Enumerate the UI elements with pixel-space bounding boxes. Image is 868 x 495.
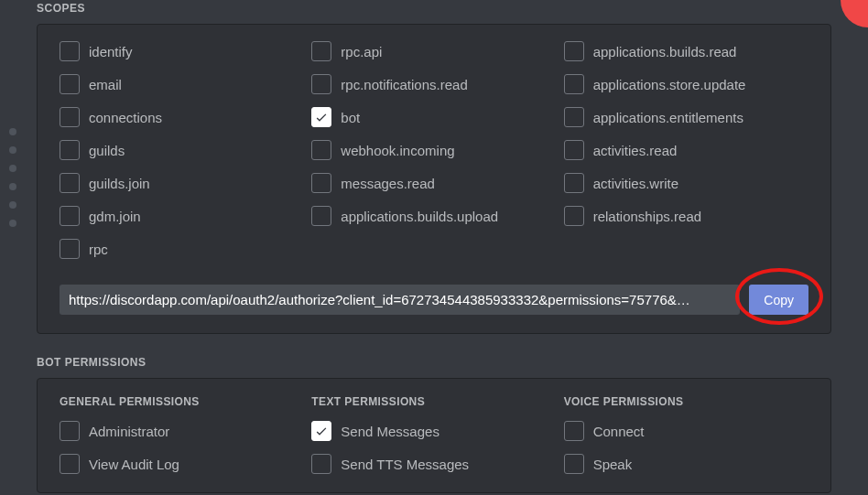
scopes-header: SCOPES (37, 2, 831, 15)
perm-speak-label[interactable]: Speak (593, 457, 633, 472)
scope-rpc-checkbox[interactable] (60, 239, 80, 259)
scope-guilds-row[interactable]: guilds (60, 140, 304, 160)
perm-column-header: GENERAL PERMISSIONS (60, 395, 304, 408)
scope-applications-builds-read-label[interactable]: applications.builds.read (593, 44, 737, 59)
perm-speak-checkbox[interactable] (564, 454, 584, 474)
perm-administrator-label[interactable]: Administrator (89, 424, 169, 439)
perm-column: TEXT PERMISSIONSSend MessagesSend TTS Me… (311, 395, 556, 474)
bot-permissions-panel: GENERAL PERMISSIONSAdministratorView Aud… (37, 378, 831, 493)
scope-bot-label[interactable]: bot (341, 110, 360, 125)
scope-connections-row[interactable]: connections (60, 107, 304, 127)
perm-send-messages-checkbox[interactable] (311, 421, 331, 441)
scope-connections-checkbox[interactable] (60, 107, 80, 127)
oauth-url-input[interactable] (60, 285, 740, 315)
scope-rpc-api-row[interactable]: rpc.api (311, 41, 556, 61)
scope-applications-store-update-row[interactable]: applications.store.update (564, 74, 808, 94)
scope-activities-read-checkbox[interactable] (564, 140, 584, 160)
scope-messages-read-label[interactable]: messages.read (341, 176, 435, 191)
perm-column-header: VOICE PERMISSIONS (564, 395, 808, 408)
scope-email-row[interactable]: email (60, 74, 304, 94)
perm-view-audit-log-row[interactable]: View Audit Log (60, 454, 304, 474)
scope-relationships-read-checkbox[interactable] (564, 206, 584, 226)
perm-send-messages-row[interactable]: Send Messages (311, 421, 556, 441)
scope-guilds-join-row[interactable]: guilds.join (60, 173, 304, 193)
scope-bot-row[interactable]: bot (311, 107, 556, 127)
perm-send-tts-messages-row[interactable]: Send TTS Messages (311, 454, 556, 474)
scope-applications-entitlements-label[interactable]: applications.entitlements (593, 110, 743, 125)
scope-guilds-join-label[interactable]: guilds.join (89, 176, 150, 191)
check-icon (314, 110, 329, 124)
scope-connections-label[interactable]: connections (89, 110, 162, 125)
perm-administrator-checkbox[interactable] (60, 421, 80, 441)
scope-activities-write-checkbox[interactable] (564, 173, 584, 193)
perm-connect-row[interactable]: Connect (564, 421, 808, 441)
scope-applications-entitlements-row[interactable]: applications.entitlements (564, 107, 808, 127)
scope-applications-builds-upload-label[interactable]: applications.builds.upload (341, 209, 498, 224)
scope-webhook-incoming-checkbox[interactable] (311, 140, 331, 160)
scope-identify-label[interactable]: identify (89, 44, 133, 59)
scope-rpc-api-label[interactable]: rpc.api (341, 44, 382, 59)
scope-rpc-notifications-read-row[interactable]: rpc.notifications.read (311, 74, 556, 94)
scope-guilds-checkbox[interactable] (60, 140, 80, 160)
perm-view-audit-log-checkbox[interactable] (60, 454, 80, 474)
perm-column: VOICE PERMISSIONSConnectSpeak (564, 395, 808, 474)
scope-activities-read-row[interactable]: activities.read (564, 140, 808, 160)
scope-webhook-incoming-label[interactable]: webhook.incoming (341, 143, 454, 158)
perm-send-tts-messages-label[interactable]: Send TTS Messages (341, 457, 469, 472)
scope-relationships-read-row[interactable]: relationships.read (564, 206, 808, 226)
decorative-dots (0, 0, 26, 495)
perm-view-audit-log-label[interactable]: View Audit Log (89, 457, 179, 472)
scope-guilds-join-checkbox[interactable] (60, 173, 80, 193)
scope-rpc-notifications-read-label[interactable]: rpc.notifications.read (341, 77, 467, 92)
perm-column-header: TEXT PERMISSIONS (311, 395, 556, 408)
oauth-url-row: Copy (60, 285, 808, 315)
scope-email-checkbox[interactable] (60, 74, 80, 94)
scope-rpc-notifications-read-checkbox[interactable] (311, 74, 331, 94)
perm-send-tts-messages-checkbox[interactable] (311, 454, 331, 474)
scope-messages-read-row[interactable]: messages.read (311, 173, 556, 193)
bot-permissions-header: BOT PERMISSIONS (37, 356, 831, 369)
scope-identify-checkbox[interactable] (60, 41, 80, 61)
scope-identify-row[interactable]: identify (60, 41, 304, 61)
scope-guilds-label[interactable]: guilds (89, 143, 125, 158)
scope-gdm-join-row[interactable]: gdm.join (60, 206, 304, 226)
scope-applications-entitlements-checkbox[interactable] (564, 107, 584, 127)
scope-applications-builds-upload-checkbox[interactable] (311, 206, 331, 226)
scope-applications-store-update-label[interactable]: applications.store.update (593, 77, 746, 92)
perm-connect-checkbox[interactable] (564, 421, 584, 441)
check-icon (314, 424, 329, 438)
copy-button[interactable]: Copy (749, 285, 808, 315)
scopes-panel: identifyrpc.apiapplications.builds.reade… (37, 24, 831, 334)
perm-send-messages-label[interactable]: Send Messages (341, 424, 439, 439)
perm-administrator-row[interactable]: Administrator (60, 421, 304, 441)
perm-column: GENERAL PERMISSIONSAdministratorView Aud… (60, 395, 304, 474)
scope-relationships-read-label[interactable]: relationships.read (593, 209, 701, 224)
perm-connect-label[interactable]: Connect (593, 424, 645, 439)
scope-gdm-join-label[interactable]: gdm.join (89, 209, 141, 224)
scope-email-label[interactable]: email (89, 77, 122, 92)
scope-activities-write-row[interactable]: activities.write (564, 173, 808, 193)
scope-applications-builds-upload-row[interactable]: applications.builds.upload (311, 206, 556, 226)
scope-bot-checkbox[interactable] (311, 107, 331, 127)
scope-gdm-join-checkbox[interactable] (60, 206, 80, 226)
scope-rpc-api-checkbox[interactable] (311, 41, 331, 61)
scope-activities-read-label[interactable]: activities.read (593, 143, 678, 158)
perm-speak-row[interactable]: Speak (564, 454, 808, 474)
scope-rpc-label[interactable]: rpc (89, 242, 108, 257)
scope-messages-read-checkbox[interactable] (311, 173, 331, 193)
scope-activities-write-label[interactable]: activities.write (593, 176, 678, 191)
scope-applications-store-update-checkbox[interactable] (564, 74, 584, 94)
scope-rpc-row[interactable]: rpc (60, 239, 304, 259)
scope-applications-builds-read-checkbox[interactable] (564, 41, 584, 61)
scope-webhook-incoming-row[interactable]: webhook.incoming (311, 140, 556, 160)
scope-applications-builds-read-row[interactable]: applications.builds.read (564, 41, 808, 61)
